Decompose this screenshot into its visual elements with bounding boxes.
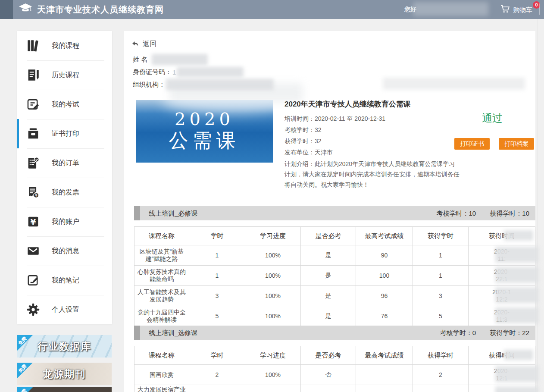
- back-label: 返回: [143, 40, 156, 49]
- date-blur-patch: [495, 366, 538, 382]
- sidebar-item-label: 我的笔记: [52, 276, 79, 285]
- sidebar-item-certificate-print[interactable]: 证书打印: [17, 119, 112, 148]
- progress-cell: 100%: [245, 245, 301, 266]
- hours-cell: 3: [189, 385, 245, 392]
- top-header: 天津市专业技术人员继续教育网 您好 购物车 0: [0, 0, 544, 19]
- sidebar-item-my-account[interactable]: ¥ 我的账户: [17, 207, 112, 236]
- course-assess-hours: 考核学时：32: [285, 124, 474, 135]
- earned-time-cell: 2020-22:1: [469, 266, 535, 286]
- table-row: 区块链及其“新基建”赋能之路1100%是9012020-11:: [134, 245, 535, 266]
- sidebar-item-label: 证书打印: [52, 129, 79, 138]
- course-cover-image: 2020 公需课: [136, 100, 273, 163]
- column-header: 是否必考: [301, 227, 356, 245]
- cart-icon: [500, 4, 510, 16]
- date-blur-patch: [495, 247, 538, 263]
- invoice-icon: ¥: [26, 185, 41, 200]
- required-cell: 是: [301, 245, 356, 266]
- section-stats: 考核学时：0 获得学时：22: [428, 326, 529, 340]
- score-cell: 76: [356, 306, 413, 326]
- course-info: 2020年天津市专技人员继续教育公需课 培训时间：2020-02-11 至 20…: [285, 99, 474, 190]
- username-blur-patch: [413, 2, 488, 16]
- course-name-cell: 党的十九届四中全会精神解读: [134, 306, 189, 326]
- column-header: 是否必考: [301, 346, 356, 365]
- pass-status: 通过: [473, 111, 512, 125]
- earned-time-cell: 2020-11:: [469, 245, 535, 266]
- sidebar-item-label: 我的课程: [52, 41, 79, 50]
- order-clipboard-icon: [26, 156, 41, 170]
- id-value-blur: [177, 67, 244, 77]
- required-cell: 是: [301, 306, 356, 326]
- earned-time-cell: 2020-112:2: [469, 286, 535, 306]
- id-label: 身份证号码：: [133, 68, 172, 76]
- course-name-cell: 国画欣赏: [134, 365, 189, 385]
- earned-time-cell: 2020-12:1: [469, 365, 535, 385]
- column-header: 学时: [189, 227, 245, 245]
- id-value-hint: 1: [172, 69, 176, 76]
- score-cell: 90: [356, 245, 413, 266]
- table-header-row: 课程名称学时学习进度是否必考最高考试成绩获得学时获得时间: [134, 227, 535, 245]
- banner-longyuan-journal[interactable]: 龙源期刊 免费: [17, 363, 112, 385]
- score-cell: 96: [356, 286, 413, 306]
- progress-cell: 100%: [245, 266, 301, 286]
- hours-cell: 1: [189, 245, 245, 266]
- cart-button[interactable]: 购物车: [500, 4, 532, 16]
- sidebar: 我的课程 历史课程 我的考试: [17, 31, 112, 324]
- sidebar-item-personal-settings[interactable]: 个人设置: [17, 295, 112, 324]
- notes-icon: [26, 273, 41, 288]
- svg-text:¥: ¥: [31, 217, 36, 226]
- sidebar-item-my-orders[interactable]: 我的订单: [17, 148, 112, 178]
- date-blur-patch: [495, 386, 538, 392]
- section-title: 线上培训_选修课: [149, 326, 197, 340]
- main-panel: 返回 姓 名 身份证号码： 1 组织机构： 2020 公需课 2020年天津市专…: [124, 31, 535, 392]
- progress-cell: 100%: [245, 306, 301, 326]
- header-corner-block: [0, 0, 13, 19]
- header-blur-patch: [504, 350, 533, 360]
- section-assess-hours: 考核学时：0: [440, 329, 476, 336]
- print-archive-button[interactable]: 打印档案: [499, 138, 534, 150]
- scrollbar-track[interactable]: [538, 19, 538, 392]
- column-header: 获得时间: [469, 227, 535, 245]
- elective-courses-table: 课程名称学时学习进度是否必考最高考试成绩获得学时获得时间 国画欣赏2100%否2…: [134, 346, 535, 392]
- section-bar-block: [134, 206, 140, 220]
- earned-hours-cell: 5: [413, 306, 469, 326]
- header-blur-patch: [504, 230, 533, 241]
- progress-cell: 100%: [245, 385, 301, 392]
- column-header: 课程名称: [134, 227, 189, 245]
- print-certificate-button[interactable]: 打印证书: [454, 138, 490, 150]
- column-header: 获得时间: [469, 346, 535, 365]
- cover-year-text: 2020: [175, 110, 234, 129]
- settings-gear-icon: [26, 302, 41, 317]
- required-cell: 否: [301, 365, 356, 385]
- sidebar-item-label: 我的发票: [52, 188, 79, 197]
- hours-cell: 1: [189, 266, 245, 286]
- section-elective-courses-bar: 线上培训_选修课 考核学时：0 获得学时：22: [134, 326, 535, 340]
- score-cell: [356, 365, 413, 385]
- earned-hours-cell: 3: [413, 385, 469, 392]
- account-yen-icon: ¥: [26, 214, 41, 229]
- table-row: 党的十九届四中全会精神解读5100%是7652020-11:3: [134, 306, 535, 326]
- column-header: 获得学时: [413, 227, 469, 245]
- sidebar-item-my-exams[interactable]: 我的考试: [17, 90, 112, 119]
- column-header: 课程名称: [134, 346, 189, 365]
- back-button[interactable]: 返回: [131, 40, 156, 49]
- name-label: 姓 名: [133, 56, 147, 64]
- message-envelope-icon: [26, 244, 41, 258]
- banner-partial[interactable]: 免费: [17, 387, 112, 392]
- section-earned-hours: 获得学时：10: [490, 210, 529, 217]
- progress-cell: 100%: [245, 286, 301, 306]
- sidebar-item-my-notes[interactable]: 我的笔记: [17, 266, 112, 295]
- header-divider: [539, 3, 540, 15]
- sidebar-item-my-courses[interactable]: 我的课程: [17, 31, 112, 60]
- org-value-blur-2: [383, 78, 525, 90]
- earned-hours-cell: 3: [413, 286, 469, 306]
- sidebar-item-my-invoices[interactable]: ¥ 我的发票: [17, 178, 112, 207]
- cart-label: 购物车: [513, 6, 532, 14]
- sidebar-item-label: 个人设置: [52, 305, 79, 314]
- column-header: 获得学时: [413, 346, 469, 365]
- cover-course-text: 公需课: [169, 129, 240, 153]
- sidebar-item-history-courses[interactable]: 历史课程: [17, 60, 112, 90]
- banner-industry-database[interactable]: 行业数据库 免费: [17, 335, 112, 358]
- score-cell: 100: [356, 266, 413, 286]
- sidebar-item-my-messages[interactable]: 我的消息: [17, 236, 112, 266]
- table-row: 心肺复苏技术真的能救命吗1100%是10012020-22:1: [134, 266, 535, 286]
